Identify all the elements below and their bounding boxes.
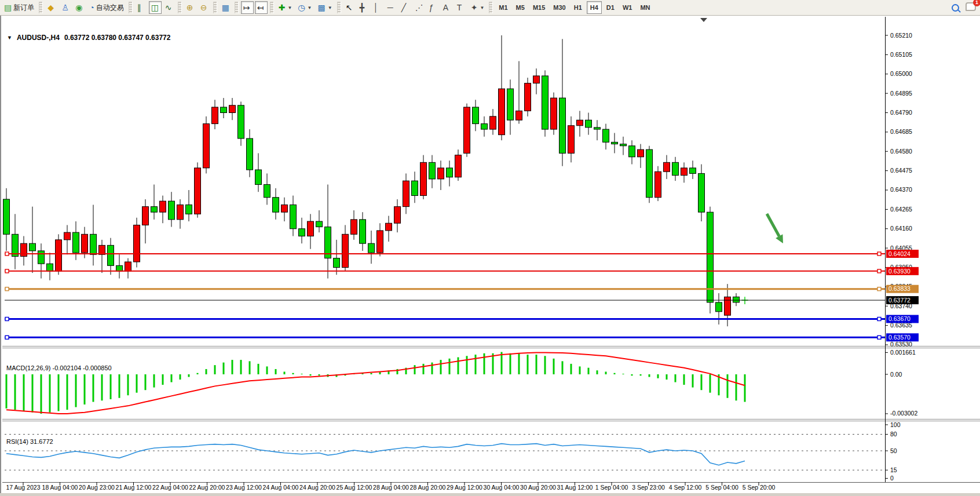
candle-body	[281, 205, 288, 212]
timeframe-m5[interactable]: M5	[513, 1, 528, 14]
candle-body	[716, 302, 722, 312]
dropdown-caret-icon[interactable]: ▼	[287, 5, 292, 10]
line-handle	[5, 252, 9, 256]
dropdown-caret-icon[interactable]: ▼	[328, 5, 332, 10]
time-tick-label: 18 Aug 04:00	[42, 484, 78, 491]
timeframe-m15[interactable]: M15	[529, 1, 548, 14]
timeframe-h4[interactable]: H4	[587, 1, 602, 14]
broadcast-icon-icon: ◉	[75, 3, 82, 12]
candle-body	[90, 234, 97, 254]
candle-body	[334, 258, 340, 268]
text-label-button[interactable]: T	[455, 1, 467, 14]
auto-scroll-button[interactable]: ↦	[241, 1, 254, 14]
zoom-in-icon: ⊕	[187, 3, 193, 12]
community-icon[interactable]: ♙	[59, 1, 72, 14]
timeframe-h4-label: H4	[590, 4, 598, 11]
time-tick-label: 31 Aug 12:00	[557, 484, 593, 491]
candle-body	[699, 173, 705, 212]
candle-body	[481, 124, 488, 130]
time-tick-label: 23 Aug 12:00	[226, 484, 262, 491]
candle-body	[629, 146, 635, 157]
candle-body	[195, 168, 201, 214]
candlestick-chart-button[interactable]: ◫	[149, 1, 162, 14]
toolbar-group-chart-type: ∥◫∿	[134, 0, 176, 15]
zoom-out-button[interactable]: ⊖	[198, 1, 211, 14]
candle-body	[203, 124, 210, 168]
toolbar-group-timeframes: M1M5M15M30H1H4D1W1MN	[495, 0, 654, 15]
chart-symbol-period: AUDUSD-,H4	[17, 34, 60, 42]
trendline-icon: ╱	[401, 3, 406, 12]
cursor-button[interactable]: ↖	[343, 1, 356, 14]
candle-body	[169, 201, 175, 220]
autotrading-button[interactable]: ◔自动交易	[87, 1, 126, 14]
bar-chart-button[interactable]: ∥	[135, 1, 148, 14]
candle-body	[56, 240, 62, 271]
autotrading-icon: ◔	[89, 3, 94, 12]
market-icon[interactable]: ◆	[45, 1, 58, 14]
timeframe-w1[interactable]: W1	[619, 1, 636, 14]
chart-shift-button[interactable]: ↤	[255, 1, 268, 14]
price-tick-label: 0.64790	[890, 109, 912, 116]
dropdown-caret-icon[interactable]: ▼	[308, 5, 312, 10]
timeframe-mn[interactable]: MN	[637, 1, 653, 14]
time-tick-label: 30 Aug 04:00	[484, 484, 520, 491]
trendline-button[interactable]: ╱	[399, 1, 412, 14]
arrows-button[interactable]: ✦▼	[469, 1, 487, 14]
time-tick-label: 24 Aug 20:00	[299, 484, 335, 491]
search-button[interactable]	[949, 1, 962, 14]
candle-body	[507, 89, 514, 120]
candle-body	[47, 264, 53, 271]
text-button[interactable]: A	[441, 1, 454, 14]
arrow-tools-icon: ✦	[471, 3, 478, 12]
price-flag-label: 0.63930	[888, 268, 910, 275]
timeframe-d1[interactable]: D1	[603, 1, 618, 14]
candlestick-chart-icon: ◫	[151, 3, 159, 12]
templates-button[interactable]: ▩▼	[316, 1, 335, 14]
line-handle	[877, 287, 881, 291]
time-tick-label: 22 Aug 20:00	[189, 484, 225, 491]
channel-button[interactable]: ⋰	[413, 1, 426, 14]
indicators-button[interactable]: ✚▼	[276, 1, 295, 14]
candle-body	[672, 162, 679, 175]
price-tick-label: 0.63530	[890, 341, 912, 348]
rsi-tick-label: 0	[890, 475, 894, 482]
horizontal-line-button[interactable]: ─	[385, 1, 398, 14]
price-tick-label: 0.65210	[890, 32, 912, 39]
broadcast-icon[interactable]: ◉	[73, 1, 86, 14]
chevron-down-icon[interactable]: ▼	[7, 35, 12, 41]
price-tick-label: 0.64580	[890, 148, 912, 155]
candle-body	[394, 207, 401, 224]
candle-body	[116, 265, 123, 271]
notifications-button[interactable]: 1	[963, 1, 978, 14]
crosshair-button[interactable]: ╋	[357, 1, 370, 14]
chart-canvas[interactable]: 0.652100.651050.650000.648950.647900.646…	[1, 16, 980, 496]
price-tick-label: 0.64895	[890, 90, 912, 97]
auto-scroll-icon: ↦	[243, 3, 250, 12]
vertical-line-icon: │	[374, 3, 379, 12]
timeframe-d1-label: D1	[606, 4, 615, 11]
candle-body	[290, 205, 297, 228]
time-axis[interactable]: 17 Aug 202318 Aug 04:0020 Aug 23:0021 Au…	[6, 482, 776, 491]
cursor-icon: ↖	[346, 3, 353, 12]
fibonacci-button[interactable]: ƒ	[427, 1, 440, 14]
timeframe-h1[interactable]: H1	[571, 1, 586, 14]
price-tick-label: 0.64685	[890, 128, 912, 135]
candle-body	[264, 184, 270, 197]
mt4-window: ▤新订单◆♙◉◔自动交易∥◫∿⊕⊖▦↦↤✚▼◷▼▩▼↖╋│─╱⋰ƒAT✦▼M1M…	[0, 0, 980, 496]
timeframe-m1[interactable]: M1	[495, 1, 511, 14]
line-chart-button[interactable]: ∿	[163, 1, 175, 14]
dropdown-caret-icon[interactable]: ▼	[480, 5, 484, 10]
toolbar-group-scrolling: ↦↤	[240, 0, 268, 15]
vertical-line-button[interactable]: │	[371, 1, 384, 14]
tile-windows-button[interactable]: ▦	[220, 1, 232, 14]
periods-button[interactable]: ◷▼	[295, 1, 314, 14]
zoom-in-button[interactable]: ⊕	[184, 1, 197, 14]
time-tick-label: 28 Aug 04:00	[373, 484, 409, 491]
timeframe-m30[interactable]: M30	[550, 1, 569, 14]
price-tick-label: 0.65000	[890, 70, 912, 77]
price-flag-label: 0.63833	[888, 285, 910, 292]
candle-body	[351, 220, 357, 234]
new-order-button[interactable]: ▤新订单	[2, 1, 36, 14]
time-tick-label: 29 Aug 12:00	[447, 484, 482, 491]
price-flag-label: 0.63670	[888, 315, 910, 322]
